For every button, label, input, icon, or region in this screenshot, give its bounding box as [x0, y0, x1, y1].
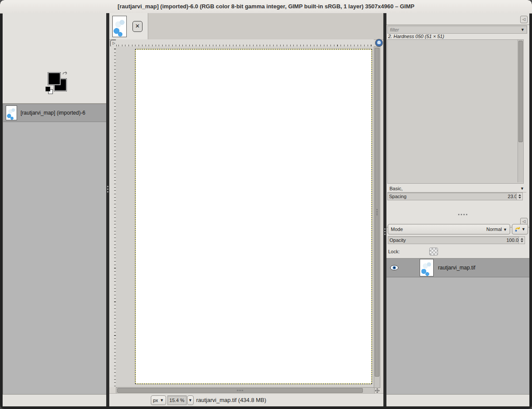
- layer-mode-reset-button[interactable]: ▼: [512, 224, 528, 234]
- right-panel-splitter[interactable]: [383, 13, 386, 406]
- unit-select[interactable]: px▼: [151, 395, 166, 405]
- brush-group-select[interactable]: Basic,▼: [387, 185, 526, 192]
- status-bar: px▼ 15.4 % ▼ rautjarvi_map.tif (434.8 MB…: [109, 393, 383, 406]
- brush-filter-placeholder: filter: [390, 27, 399, 32]
- zoom-follow-window-toggle[interactable]: [375, 39, 383, 47]
- images-footer-buttons: [3, 393, 106, 406]
- layer-visibility-eye-icon[interactable]: [390, 265, 399, 271]
- left-panel-splitter[interactable]: [106, 13, 109, 406]
- canvas-viewport[interactable]: [116, 46, 374, 387]
- status-text: rautjarvi_map.tif (434.8 MB): [196, 397, 266, 403]
- layer-opacity-slider[interactable]: Opacity100.0: [388, 236, 520, 244]
- navigation-preview-button[interactable]: [374, 388, 380, 393]
- lock-position-button[interactable]: [416, 247, 426, 256]
- reset-icon: [515, 226, 521, 232]
- brush-grid-area: [387, 39, 524, 184]
- toolbox-panel: [rautjarvi_map] (imported)-6: [3, 13, 106, 406]
- title-bar[interactable]: [rautjarvi_map] (imported)-6.0 (RGB colo…: [0, 0, 532, 14]
- vertical-ruler[interactable]: [109, 46, 116, 387]
- zoom-value[interactable]: 15.4 %: [167, 395, 187, 405]
- brush-spacing-stepper[interactable]: [516, 192, 523, 200]
- image-tab-strip: ✕: [109, 13, 383, 40]
- image-list-item-label: [rautjarvi_map] (imported)-6: [21, 110, 85, 116]
- layer-name: rautjarvi_map.tif: [438, 265, 475, 271]
- lock-label: Lock:: [388, 249, 400, 254]
- images-list[interactable]: [rautjarvi_map] (imported)-6: [3, 104, 107, 395]
- horizontal-scrollbar[interactable]: [116, 387, 375, 394]
- default-colors-icon[interactable]: [45, 87, 50, 91]
- canvas-area: ✕ ▷ px▼ 15.4 % ▼ rautjarvi_map.tif (434.…: [109, 13, 383, 406]
- layers-footer-buttons: [386, 393, 529, 406]
- left-dock-tabs: [3, 93, 106, 104]
- color-swatches[interactable]: [45, 71, 72, 94]
- brushes-dock-tabs: [386, 14, 529, 25]
- layer-opacity-stepper[interactable]: [518, 236, 525, 244]
- foreground-color-swatch[interactable]: [48, 73, 60, 85]
- image-tab-close-icon[interactable]: ✕: [132, 21, 143, 32]
- zoom-select-chevron[interactable]: ▼: [187, 395, 194, 405]
- gimp-window: [rautjarvi_map] (imported)-6.0 (RGB colo…: [0, 0, 532, 409]
- brushes-tab-menu-button[interactable]: ◁: [520, 16, 528, 23]
- layer-boundary: [135, 49, 372, 384]
- dock-right: ◁ filter ▼ 2. Hardness 050 (51 × 51) Bas…: [386, 13, 529, 406]
- layer-row[interactable]: rautjarvi_map.tif: [386, 259, 529, 277]
- lock-alpha-button[interactable]: [429, 248, 438, 255]
- map-image[interactable]: [135, 49, 372, 384]
- window-title: [rautjarvi_map] (imported)-6.0 (RGB colo…: [0, 3, 532, 10]
- brush-grid-scrollbar[interactable]: [518, 40, 523, 182]
- swap-colors-icon[interactable]: [62, 71, 68, 76]
- vertical-scrollbar[interactable]: [374, 46, 380, 388]
- lock-row: Lock:: [388, 247, 438, 256]
- image-tab-thumbnail: [112, 16, 127, 37]
- image-list-item[interactable]: [rautjarvi_map] (imported)-6: [3, 104, 107, 122]
- layer-list[interactable]: rautjarvi_map.tif: [386, 258, 529, 395]
- brush-action-buttons: [387, 202, 522, 213]
- brush-spacing-slider[interactable]: Spacing23.0: [387, 192, 519, 200]
- selected-brush-caption: 2. Hardness 050 (51 × 51): [388, 34, 444, 39]
- horizontal-ruler[interactable]: [116, 39, 374, 47]
- brush-filter-input[interactable]: filter ▼: [387, 25, 527, 34]
- layer-mode-select[interactable]: Mode Normal ▼: [388, 224, 510, 234]
- lock-pixels-button[interactable]: [403, 247, 413, 256]
- image-tab[interactable]: ✕: [109, 13, 148, 39]
- chevron-down-icon[interactable]: ▼: [521, 28, 525, 32]
- layer-thumbnail: [420, 259, 434, 276]
